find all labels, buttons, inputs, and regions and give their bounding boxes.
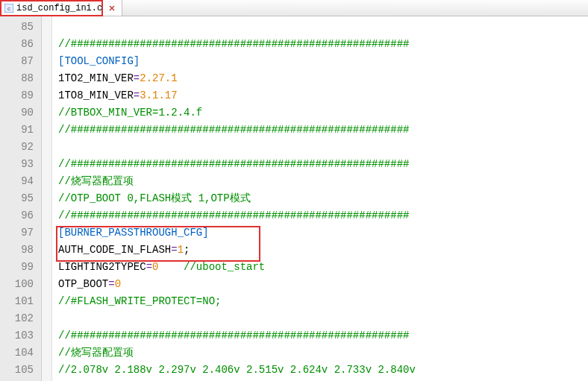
line-number: 89 — [0, 87, 41, 104]
file-c-icon: c — [4, 4, 13, 13]
code-line: //烧写器配置项 — [58, 344, 588, 362]
line-number: 98 — [0, 242, 41, 259]
code-line: AUTH_CODE_IN_FLASH=1; — [58, 242, 588, 259]
line-number: 87 — [0, 53, 41, 70]
line-number: 85 — [0, 19, 41, 36]
line-number: 105 — [0, 362, 41, 379]
line-number: 100 — [0, 276, 41, 293]
line-number: 86 — [0, 36, 41, 53]
line-number: 97 — [0, 224, 41, 242]
line-number: 90 — [0, 104, 41, 122]
code-line: //######################################… — [58, 327, 588, 344]
code-line: //烧写器配置项 — [58, 173, 588, 190]
code-line — [58, 139, 588, 156]
line-number: 94 — [0, 173, 41, 190]
code-line: [BURNER_PASSTHROUGH_CFG] — [58, 224, 588, 242]
close-icon[interactable] — [108, 4, 116, 12]
line-number: 93 — [0, 156, 41, 173]
code-line — [58, 310, 588, 327]
code-line: 1TO8_MIN_VER=3.1.17 — [58, 87, 588, 104]
code-line: //2.078v 2.188v 2.297v 2.406v 2.515v 2.6… — [58, 362, 588, 379]
code-line: //######################################… — [58, 122, 588, 139]
line-number: 92 — [0, 139, 41, 156]
tab-filename: isd_config_ini.c — [16, 3, 102, 13]
tab-active[interactable]: c isd_config_ini.c — [0, 0, 122, 16]
line-number-gutter: 8586878889909192939495969798991001011021… — [0, 16, 42, 381]
code-viewport[interactable]: //######################################… — [52, 16, 588, 381]
editor-area: 8586878889909192939495969798991001011021… — [0, 16, 588, 381]
code-line: //######################################… — [58, 207, 588, 224]
code-line: LIGHTING2TYPEC=0 //uboot_start — [58, 259, 588, 276]
line-number: 101 — [0, 293, 41, 310]
code-line: //######################################… — [58, 156, 588, 173]
line-number: 96 — [0, 207, 41, 224]
code-line: //BTBOX_MIN_VER=1.2.4.f — [58, 104, 588, 122]
line-number: 95 — [0, 190, 41, 207]
code-line: //OTP_BOOT 0,FLASH模式 1,OTP模式 — [58, 190, 588, 207]
line-number: 91 — [0, 122, 41, 139]
line-number: 102 — [0, 310, 41, 327]
tab-bar: c isd_config_ini.c — [0, 0, 588, 16]
code-line: 1TO2_MIN_VER=2.27.1 — [58, 70, 588, 87]
code-line: [TOOL_CONFIG] — [58, 53, 588, 70]
code-line: //######################################… — [58, 36, 588, 53]
line-number: 103 — [0, 327, 41, 344]
code-line: OTP_BOOT=0 — [58, 276, 588, 293]
code-line — [58, 19, 588, 36]
line-number: 104 — [0, 344, 41, 362]
fold-strip — [42, 16, 52, 381]
code-line: //#FLASH_WRITE_PROTECT=NO; — [58, 293, 588, 310]
svg-text:c: c — [7, 5, 10, 12]
line-number: 99 — [0, 259, 41, 276]
line-number: 88 — [0, 70, 41, 87]
